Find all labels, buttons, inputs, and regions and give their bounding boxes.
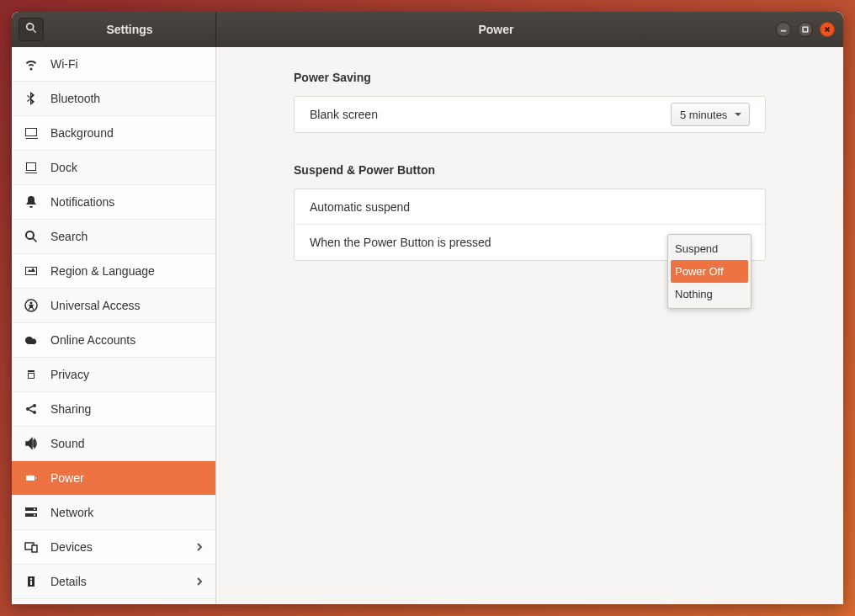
sidebar-item-label: Notifications bbox=[50, 195, 114, 209]
background-icon bbox=[24, 125, 39, 141]
minimize-button[interactable] bbox=[776, 22, 791, 37]
sidebar-item-online-accounts[interactable]: Online Accounts bbox=[12, 323, 215, 358]
sidebar-item-label: Details bbox=[50, 575, 87, 588]
svg-rect-1 bbox=[803, 27, 808, 32]
globe-icon bbox=[24, 263, 39, 279]
sidebar-item-universal-access[interactable]: Universal Access bbox=[12, 289, 215, 323]
sidebar-item-details[interactable]: Details bbox=[12, 565, 215, 599]
close-button[interactable] bbox=[820, 22, 835, 37]
sidebar-item-label: Network bbox=[50, 506, 93, 519]
sidebar-item-notifications[interactable]: Notifications bbox=[12, 185, 215, 220]
speaker-icon bbox=[24, 436, 39, 451]
sidebar-item-privacy[interactable]: Privacy bbox=[12, 358, 215, 392]
sidebar-item-wifi[interactable]: Wi-Fi bbox=[12, 47, 215, 82]
sidebar-item-label: Region & Language bbox=[50, 264, 155, 278]
svg-rect-14 bbox=[32, 545, 37, 552]
bluetooth-icon bbox=[24, 91, 39, 106]
app-title: Settings bbox=[44, 23, 215, 36]
sidebar-item-devices[interactable]: Devices bbox=[12, 530, 215, 565]
privacy-icon bbox=[24, 367, 39, 382]
network-icon bbox=[24, 505, 39, 520]
sidebar-item-label: Online Accounts bbox=[50, 333, 135, 347]
blank-screen-dropdown[interactable]: 5 minutes bbox=[671, 103, 750, 126]
sidebar-item-search[interactable]: Search bbox=[12, 220, 215, 254]
svg-point-8 bbox=[33, 411, 36, 414]
svg-point-11 bbox=[34, 508, 35, 510]
sidebar-item-label: Sharing bbox=[50, 402, 91, 416]
search-icon bbox=[24, 229, 39, 244]
panel-power-saving: Blank screen 5 minutes bbox=[294, 96, 766, 133]
info-icon bbox=[24, 574, 39, 589]
content-area: Power Saving Blank screen 5 minutes Susp… bbox=[216, 47, 843, 604]
sidebar-item-label: Privacy bbox=[50, 368, 89, 381]
sidebar-item-label: Bluetooth bbox=[50, 92, 100, 105]
sidebar-item-label: Background bbox=[50, 126, 114, 140]
sidebar-item-sharing[interactable]: Sharing bbox=[12, 392, 215, 427]
svg-rect-17 bbox=[30, 581, 32, 585]
titlebar-sidebar-section: Settings bbox=[12, 12, 216, 47]
accessibility-icon bbox=[24, 298, 39, 313]
sidebar-item-sound[interactable]: Sound bbox=[12, 427, 215, 461]
maximize-button[interactable] bbox=[798, 22, 813, 37]
chevron-right-icon bbox=[195, 540, 204, 554]
sidebar-item-label: Search bbox=[50, 230, 88, 243]
svg-point-5 bbox=[30, 302, 33, 305]
chevron-down-icon bbox=[734, 109, 742, 121]
page-title: Power bbox=[216, 23, 776, 36]
menu-item-label: Power Off bbox=[675, 265, 724, 278]
sidebar-item-label: Dock bbox=[50, 161, 77, 174]
row-label: Blank screen bbox=[310, 108, 671, 121]
menu-item-suspend[interactable]: Suspend bbox=[668, 237, 751, 260]
titlebar: Settings Power bbox=[12, 12, 843, 47]
search-button[interactable] bbox=[19, 18, 44, 41]
window-controls bbox=[776, 22, 843, 37]
power-button-action-menu: Suspend Power Off Nothing bbox=[667, 234, 751, 309]
sidebar-item-bluetooth[interactable]: Bluetooth bbox=[12, 82, 215, 116]
sidebar-item-network[interactable]: Network bbox=[12, 496, 215, 530]
menu-item-nothing[interactable]: Nothing bbox=[668, 283, 751, 305]
settings-window: Settings Power Wi-Fi bbox=[12, 12, 843, 604]
sidebar-item-label: Devices bbox=[50, 540, 93, 554]
menu-item-label: Nothing bbox=[675, 288, 713, 300]
sidebar-item-label: Power bbox=[50, 471, 84, 485]
row-blank-screen[interactable]: Blank screen 5 minutes bbox=[295, 97, 765, 132]
devices-icon bbox=[24, 539, 39, 555]
titlebar-main-section: Power bbox=[216, 12, 843, 47]
sidebar: Wi-Fi Bluetooth Background Dock Notifica… bbox=[12, 47, 216, 604]
svg-point-7 bbox=[33, 404, 36, 407]
menu-item-power-off[interactable]: Power Off bbox=[671, 260, 748, 283]
share-icon bbox=[24, 401, 39, 417]
dropdown-value: 5 minutes bbox=[680, 109, 727, 121]
section-title-suspend: Suspend & Power Button bbox=[294, 163, 766, 177]
svg-point-12 bbox=[34, 514, 35, 516]
section-title-power-saving: Power Saving bbox=[294, 71, 766, 84]
sidebar-item-power[interactable]: Power bbox=[12, 461, 215, 496]
battery-icon bbox=[24, 470, 39, 486]
sidebar-item-label: Universal Access bbox=[50, 299, 141, 312]
wifi-icon bbox=[24, 56, 39, 72]
sidebar-item-label: Sound bbox=[50, 437, 84, 450]
row-label: Automatic suspend bbox=[310, 200, 750, 214]
search-icon bbox=[25, 22, 37, 37]
bell-icon bbox=[24, 194, 39, 210]
sidebar-item-dock[interactable]: Dock bbox=[12, 151, 215, 185]
row-automatic-suspend[interactable]: Automatic suspend bbox=[295, 189, 765, 225]
svg-rect-16 bbox=[30, 578, 32, 580]
cloud-icon bbox=[24, 332, 39, 348]
chevron-right-icon bbox=[195, 575, 204, 588]
sidebar-item-label: Wi-Fi bbox=[50, 57, 78, 71]
menu-item-label: Suspend bbox=[675, 242, 718, 255]
body-area: Wi-Fi Bluetooth Background Dock Notifica… bbox=[12, 47, 843, 604]
sidebar-item-background[interactable]: Background bbox=[12, 116, 215, 151]
sidebar-item-region-language[interactable]: Region & Language bbox=[12, 254, 215, 289]
dock-icon bbox=[24, 160, 39, 175]
